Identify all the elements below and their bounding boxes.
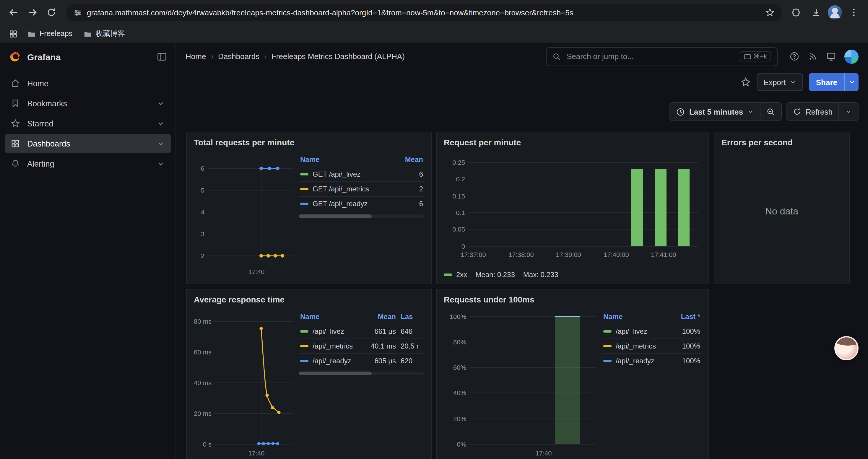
bookmark-folder-blogs[interactable]: 收藏博客 [80,27,128,40]
series-name[interactable]: GET /api/_readyz [313,200,398,208]
legend-row[interactable]: GET /api/_livez 6 [299,167,424,182]
series-mean: 2 [398,185,423,193]
reload-button[interactable] [42,4,60,21]
panel-title[interactable]: Total requests per minute [194,137,424,148]
legend-series-2xx[interactable]: 2xx [444,270,467,279]
chevron-down-icon [845,108,852,115]
series-color-swatch [300,203,308,205]
sidebar-toggle-button[interactable] [157,52,167,62]
sidebar-item-home[interactable]: Home [5,74,171,93]
legend-col-name[interactable]: Name [300,313,362,321]
panel-total-requests-per-minute: Total requests per minute 6 5 4 [186,132,432,284]
search-input[interactable] [565,52,735,61]
address-bar[interactable]: grafana.mathmast.com/d/deytv4rwavabkb/fr… [66,4,782,21]
extensions-button[interactable] [788,4,804,21]
sidebar-item-label: Home [27,79,165,88]
floating-assistant-avatar[interactable] [834,336,859,360]
sidebar-item-dashboards[interactable]: Dashboards [5,134,171,153]
tv-mode-button[interactable] [826,52,836,61]
series-name[interactable]: /api/_readyz [313,357,362,365]
series-name[interactable]: /api/_readyz [616,357,670,365]
share-button-label: Share [816,78,837,87]
series-name[interactable]: /api/_livez [313,327,362,335]
news-button[interactable] [808,52,818,61]
chevron-down-icon[interactable] [157,160,165,168]
legend-row[interactable]: GET /api/_readyz 6 [299,196,424,211]
bookmark-folder-freeleaps[interactable]: Freeleaps [24,28,76,40]
legend-col-name[interactable]: Name [300,155,398,164]
dashboard-actions-bar: Export Share [176,70,868,94]
chevron-down-icon[interactable] [157,139,165,148]
legend-col-mean[interactable]: Mean [398,155,423,164]
breadcrumb-dashboards[interactable]: Dashboards [218,52,259,61]
legend-row[interactable]: /api/_readyz 605 μs 620 [299,353,424,368]
user-avatar[interactable] [844,49,859,64]
back-button[interactable] [5,4,23,21]
browser-profile-avatar[interactable] [828,5,842,20]
breadcrumb-separator-icon: › [264,52,267,61]
legend-row[interactable]: /api/_livez 661 μs 646 [299,324,424,338]
refresh-button[interactable]: Refresh [787,103,838,121]
series-name[interactable]: /api/_livez [616,327,670,335]
sidebar-item-starred[interactable]: Starred [5,114,171,133]
panel-title[interactable]: Average response time [194,294,424,305]
legend-col-last[interactable]: Last * [670,313,700,321]
legend-table: Name Mean GET /api/_livez 6 GET /api/_me… [299,154,424,279]
url-text[interactable]: grafana.mathmast.com/d/deytv4rwavabkb/fr… [87,8,761,17]
legend-row[interactable]: GET /api/_metrics 2 [299,182,424,196]
sidebar-item-bookmarks[interactable]: Bookmarks [5,94,171,113]
search-bar[interactable]: ⌘+k [546,47,778,66]
chevron-down-icon[interactable] [157,119,165,128]
panel-title[interactable]: Errors per second [721,137,842,148]
forward-button[interactable] [24,4,41,21]
legend-row[interactable]: /api/_metrics 40.1 ms 20.5 r [299,338,424,353]
time-range-picker[interactable]: Last 5 minutes [670,103,760,121]
browser-menu-button[interactable] [845,4,862,21]
scrollbar-thumb[interactable] [299,215,372,218]
series-name[interactable]: /api/_metrics [616,342,670,350]
chevron-down-icon [747,108,754,115]
legend-col-last[interactable]: Las [396,313,423,321]
breadcrumb-home[interactable]: Home [186,52,206,61]
series-name[interactable]: GET /api/_livez [313,170,398,178]
bookmark-star-icon[interactable] [765,8,775,17]
series-name[interactable]: GET /api/_metrics [313,185,398,193]
chevron-down-icon[interactable] [157,99,165,107]
timeseries-chart: 6 5 4 3 2 17:40 [194,153,296,279]
share-button[interactable]: Share [809,73,844,91]
legend-row[interactable]: /api/_readyz 100% [602,353,701,368]
grafana-logo[interactable] [8,50,21,63]
panel-errors-per-second: Errors per second No data [714,132,850,284]
panel-title[interactable]: Requests under 100ms [444,294,701,305]
series-color-swatch [300,345,308,347]
keyboard-icon [744,54,751,59]
help-button[interactable] [789,52,800,61]
site-settings-tune-icon[interactable] [73,8,82,17]
legend-horizontal-scrollbar[interactable] [299,215,424,218]
downloads-button[interactable] [808,4,824,21]
series-color-swatch [300,188,308,190]
share-menu-button[interactable] [844,73,859,91]
refresh-interval-button[interactable] [838,103,858,121]
legend-row[interactable]: /api/_metrics 100% [602,338,701,353]
favorite-dashboard-button[interactable] [741,77,751,88]
legend-row[interactable]: /api/_livez 100% [602,324,701,338]
svg-text:17:39:00: 17:39:00 [556,251,581,258]
series-last: 100% [670,327,700,335]
panel-body: 6 5 4 3 2 17:40 [194,153,424,279]
series-name[interactable]: /api/_metrics [313,342,362,350]
apps-grid-button[interactable] [6,27,20,41]
export-button[interactable]: Export [757,73,803,91]
monitor-icon [826,52,836,61]
series-color-swatch [300,360,308,362]
legend-horizontal-scrollbar[interactable] [299,371,424,375]
screen: grafana.mathmast.com/d/deytv4rwavabkb/fr… [0,0,868,459]
panel-title[interactable]: Request per minute [444,137,701,148]
series-color-swatch [300,330,308,333]
svg-text:0.2: 0.2 [456,175,465,183]
legend-col-mean[interactable]: Mean [362,313,396,321]
sidebar-item-alerting[interactable]: Alerting [5,154,171,173]
scrollbar-thumb[interactable] [299,371,372,375]
legend-col-name[interactable]: Name [603,313,670,321]
zoom-out-button[interactable] [760,103,781,121]
